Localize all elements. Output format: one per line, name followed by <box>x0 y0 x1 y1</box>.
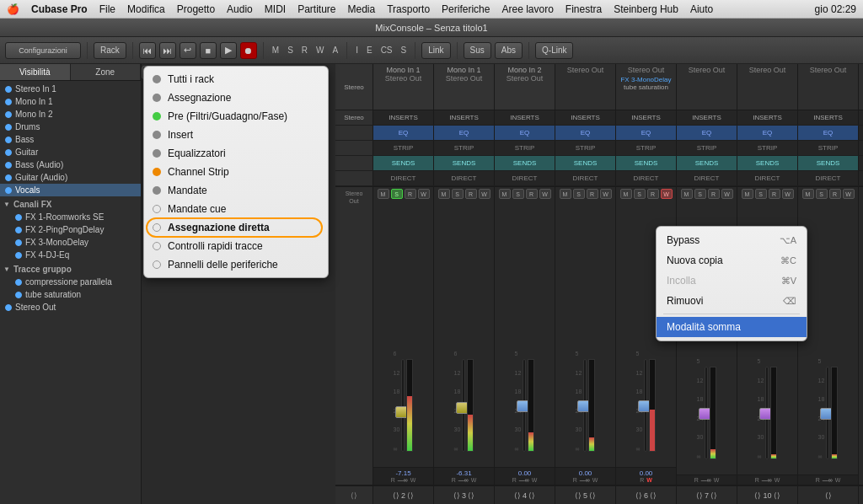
eq-cell-5[interactable]: EQ <box>616 126 677 140</box>
read-vocals[interactable]: R <box>647 189 659 199</box>
sends-cell-6[interactable]: SENDS <box>677 156 737 170</box>
eq-cell-6[interactable]: EQ <box>677 126 737 140</box>
play-button[interactable]: ▶ <box>220 42 237 59</box>
qlink-button[interactable]: Q-Link <box>535 42 573 59</box>
write-guitar[interactable]: W <box>479 189 490 199</box>
sidebar-item-guitar[interactable]: Guitar <box>0 146 141 158</box>
menu-trasporto[interactable]: Trasporto <box>387 3 430 15</box>
solo-fx4[interactable]: S <box>755 189 767 199</box>
apple-menu[interactable]: 🍎 <box>7 3 19 15</box>
write-guitar-audio[interactable]: W <box>600 189 612 199</box>
menu-pannelli-periferiche[interactable]: Pannelli delle periferiche <box>144 255 328 274</box>
fader-track-guitar[interactable] <box>462 359 465 452</box>
fader-track-vocals[interactable] <box>644 359 647 452</box>
fader-track-fx4[interactable] <box>765 367 769 459</box>
solo-bass-audio[interactable]: S <box>512 189 524 199</box>
tab-visibility[interactable]: Visibilità <box>0 64 71 80</box>
read-guitar[interactable]: R <box>465 189 477 199</box>
menu-finestra[interactable]: Finestra <box>566 3 602 15</box>
ffwd-button[interactable]: ⏭ <box>159 42 176 59</box>
solo-guitar-audio[interactable]: S <box>573 189 585 199</box>
sends-cell-2[interactable]: SENDS <box>434 156 495 170</box>
sends-cell-4[interactable]: SENDS <box>555 156 616 170</box>
sidebar-item-fx1[interactable]: FX 1-Roomworks SE <box>0 211 141 223</box>
write-vocals[interactable]: W <box>661 189 673 199</box>
read-fx4[interactable]: R <box>769 189 780 199</box>
sidebar-item-fx4[interactable]: FX 4-DJ-Eq <box>0 249 141 261</box>
sidebar-item-bass-audio[interactable]: Bass (Audio) <box>0 158 141 171</box>
mute-bass[interactable]: M <box>378 189 389 199</box>
sidebar-item-tube-sat[interactable]: tube saturation <box>0 288 141 301</box>
ctx-modalita-somma[interactable]: Modalità somma <box>657 317 807 337</box>
fader-track-guitar-audio[interactable] <box>583 359 587 452</box>
sidebar-item-stereo-in-1[interactable]: Stereo In 1 <box>0 83 141 95</box>
eq-cell-4[interactable]: EQ <box>555 126 616 140</box>
context-menu[interactable]: Bypass ⌥A Nuova copia ⌘C Incolla ⌘V Rimu… <box>656 226 807 341</box>
menu-modifica[interactable]: Modifica <box>127 3 165 15</box>
ctx-nuova-copia[interactable]: Nuova copia ⌘C <box>657 250 807 271</box>
menu-aree-lavoro[interactable]: Aree lavoro <box>501 3 553 15</box>
sus-button[interactable]: Sus <box>464 42 491 59</box>
sends-cell-7[interactable]: SENDS <box>737 156 798 170</box>
sidebar-item-canali-fx[interactable]: ▼ Canali FX <box>0 196 141 211</box>
sends-cell-5[interactable]: SENDS <box>616 156 677 170</box>
menu-audio[interactable]: Audio <box>227 3 253 15</box>
record-button[interactable]: ⏺ <box>240 42 257 59</box>
loop-button[interactable]: ↩ <box>180 42 196 59</box>
mute-fx4[interactable]: M <box>742 189 753 199</box>
menu-media[interactable]: Media <box>348 3 376 15</box>
fader-track-compro[interactable] <box>826 367 829 459</box>
sidebar-item-compressione[interactable]: compressione parallela <box>0 276 141 288</box>
eq-cell-1[interactable]: EQ <box>373 126 434 140</box>
rewind-button[interactable]: ⏮ <box>139 42 156 59</box>
write-fx1[interactable]: W <box>721 189 733 199</box>
configure-button[interactable]: Configurazioni <box>5 42 81 59</box>
write-fx4[interactable]: W <box>782 189 794 199</box>
rack-dropdown-menu[interactable]: Tutti i rack Assegnazione Pre (Filtri/Gu… <box>143 66 329 278</box>
sends-cell-1[interactable]: SENDS <box>373 156 434 170</box>
mute-fx1[interactable]: M <box>681 189 693 199</box>
sidebar-item-mono-in-1[interactable]: Mono In 1 <box>0 95 141 108</box>
menu-partiture[interactable]: Partiture <box>297 3 335 15</box>
sidebar-item-fx2[interactable]: FX 2-PingPongDelay <box>0 223 141 236</box>
read-bass[interactable]: R <box>405 189 416 199</box>
rack-button[interactable]: Rack <box>94 42 126 59</box>
sidebar-item-fx3[interactable]: FX 3-MonoDelay <box>0 236 141 249</box>
solo-compro[interactable]: S <box>816 189 828 199</box>
sidebar-item-drums[interactable]: Drums <box>0 121 141 133</box>
ctx-bypass[interactable]: Bypass ⌥A <box>657 230 807 250</box>
mute-guitar-audio[interactable]: M <box>560 189 571 199</box>
menu-file[interactable]: File <box>99 3 115 15</box>
menu-progetto[interactable]: Progetto <box>177 3 215 15</box>
menu-tutti-rack[interactable]: Tutti i rack <box>144 70 328 88</box>
sidebar-item-guitar-audio[interactable]: Guitar (Audio) <box>0 171 141 184</box>
menu-pre[interactable]: Pre (Filtri/Guadagno/Fase) <box>144 107 328 126</box>
menu-channel-strip[interactable]: Channel Strip <box>144 163 328 181</box>
menu-aiuto[interactable]: Aiuto <box>690 3 713 15</box>
stop-button[interactable]: ■ <box>200 42 217 59</box>
solo-guitar[interactable]: S <box>452 189 464 199</box>
read-fx1[interactable]: R <box>708 189 720 199</box>
menu-equalizzatori[interactable]: Equalizzatori <box>144 144 328 163</box>
abs-button[interactable]: Abs <box>495 42 523 59</box>
write-bass[interactable]: W <box>418 189 430 199</box>
solo-vocals[interactable]: S <box>634 189 646 199</box>
ctx-rimuovi[interactable]: Rimuovi ⌫ <box>657 291 807 311</box>
sidebar-item-mono-in-2[interactable]: Mono In 2 <box>0 108 141 121</box>
fader-track-fx1[interactable] <box>705 367 708 459</box>
mute-vocals[interactable]: M <box>620 189 632 199</box>
write-bass-audio[interactable]: W <box>539 189 551 199</box>
sidebar-item-tracce-gruppo[interactable]: ▼ Tracce gruppo <box>0 261 141 276</box>
sidebar-item-stereo-out[interactable]: Stereo Out <box>0 301 141 314</box>
read-compro[interactable]: R <box>829 189 841 199</box>
link-button[interactable]: Link <box>421 42 450 59</box>
eq-cell-7[interactable]: EQ <box>737 126 798 140</box>
tab-zone[interactable]: Zone <box>71 64 142 80</box>
menu-periferiche[interactable]: Periferiche <box>442 3 490 15</box>
app-name[interactable]: Cubase Pro <box>31 3 88 15</box>
sidebar-item-bass[interactable]: Bass <box>0 133 141 146</box>
mute-guitar[interactable]: M <box>438 189 450 199</box>
mute-compro[interactable]: M <box>802 189 814 199</box>
write-compro[interactable]: W <box>843 189 855 199</box>
menu-mandate[interactable]: Mandate <box>144 181 328 200</box>
